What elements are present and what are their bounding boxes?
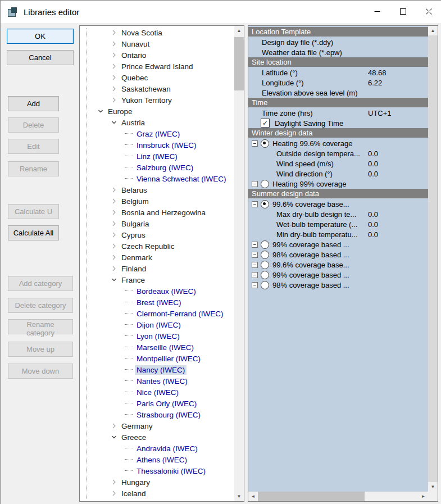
- chevron-collapsed-icon[interactable]: [110, 208, 118, 216]
- tree-item-label[interactable]: France: [120, 275, 147, 285]
- properties-vertical-thumb[interactable]: [428, 35, 438, 482]
- tree-item-label[interactable]: Saskatchewan: [120, 84, 172, 94]
- property-value[interactable]: 0.0: [368, 160, 378, 168]
- collapse-minus-icon[interactable]: [252, 252, 258, 258]
- tree-item-label[interactable]: Bosnia and Herzegowina: [120, 208, 207, 217]
- tree-item-label[interactable]: Europe: [106, 107, 134, 116]
- close-button[interactable]: [416, 1, 441, 23]
- collapse-minus-icon[interactable]: [252, 262, 258, 268]
- radio-off-icon[interactable]: [261, 281, 269, 289]
- tree-item-category[interactable]: Bosnia and Herzegowina: [80, 207, 234, 218]
- chevron-collapsed-icon[interactable]: [110, 96, 118, 104]
- tree-item-location[interactable]: Strasbourg (IWEC): [80, 409, 234, 420]
- tree-item-label[interactable]: Czech Republic: [120, 242, 176, 251]
- tree-item-label[interactable]: Belarus: [120, 185, 149, 195]
- tree-item-location[interactable]: Montpellier (IWEC): [80, 353, 234, 364]
- tree-item-category[interactable]: Nunavut: [80, 38, 234, 49]
- tree-scroll-thumb[interactable]: [234, 37, 244, 90]
- chevron-collapsed-icon[interactable]: [110, 62, 118, 70]
- tree-item-label[interactable]: Prince Edward Island: [120, 62, 195, 71]
- tree-item-label[interactable]: Nice (IWEC): [135, 388, 180, 397]
- property-value[interactable]: 0.0: [368, 220, 378, 229]
- collapse-minus-icon[interactable]: [252, 201, 258, 207]
- properties-vertical-scrollbar[interactable]: ▲ ▼: [428, 26, 438, 492]
- tree-item-label[interactable]: Belgium: [120, 197, 151, 206]
- chevron-collapsed-icon[interactable]: [110, 85, 118, 93]
- tree-item-location[interactable]: Andravida (IWEC): [80, 443, 234, 454]
- tree-item-location[interactable]: Thessaloniki (IWEC): [80, 465, 234, 476]
- tree-item-location[interactable]: Marseille (IWEC): [80, 342, 234, 353]
- tree-item-category[interactable]: Yukon Territory: [80, 94, 234, 106]
- chevron-expanded-icon[interactable]: [110, 433, 118, 441]
- property-value[interactable]: 0.0: [368, 210, 378, 219]
- tree-item-category[interactable]: Europe: [80, 106, 234, 117]
- tree-item-location[interactable]: Nantes (IWEC): [80, 375, 234, 387]
- chevron-collapsed-icon[interactable]: [110, 231, 118, 239]
- tree-item-category[interactable]: Germany: [80, 420, 234, 432]
- tree-item-category[interactable]: Bulgaria: [80, 218, 234, 229]
- tree-item-label[interactable]: Cyprus: [120, 230, 147, 240]
- collapse-minus-icon[interactable]: [252, 272, 258, 278]
- tree-item-label[interactable]: Innsbruck (IWEC): [135, 140, 198, 150]
- chevron-collapsed-icon[interactable]: [110, 478, 118, 486]
- radio-off-icon[interactable]: [261, 180, 269, 188]
- tree-item-location[interactable]: Clermont-Ferrand (IWEC): [80, 308, 234, 319]
- tree-item-label[interactable]: Graz (IWEC): [135, 129, 181, 139]
- tree-item-label[interactable]: Bordeaux (IWEC): [135, 287, 198, 296]
- tree-item-category[interactable]: Prince Edward Island: [80, 61, 234, 72]
- tree-scrollbar[interactable]: ▲ ▼: [234, 26, 244, 501]
- tree-item-label[interactable]: Montpellier (IWEC): [135, 354, 202, 364]
- chevron-collapsed-icon[interactable]: [110, 51, 118, 59]
- tree-item-location[interactable]: Paris Orly (IWEC): [80, 398, 234, 409]
- tree-item-location[interactable]: Lyon (IWEC): [80, 330, 234, 342]
- tree-item-category[interactable]: Quebec: [80, 72, 234, 83]
- collapse-minus-icon[interactable]: [252, 181, 258, 187]
- tree-item-label[interactable]: Nancy (IWEC): [135, 365, 187, 375]
- tree-item-label[interactable]: Thessaloniki (IWEC): [135, 466, 207, 476]
- tree-item-category[interactable]: Greece: [80, 432, 234, 443]
- scroll-up-button[interactable]: ▲: [428, 26, 438, 35]
- chevron-collapsed-icon[interactable]: [110, 29, 118, 37]
- tree-item-label[interactable]: Linz (IWEC): [135, 152, 179, 161]
- scroll-right-button[interactable]: ►: [419, 492, 428, 501]
- scroll-down-button[interactable]: ▼: [428, 482, 438, 492]
- tree-item-label[interactable]: Nantes (IWEC): [135, 376, 189, 386]
- tree-item-location[interactable]: Innsbruck (IWEC): [80, 139, 234, 151]
- tree-item-category[interactable]: Finland: [80, 263, 234, 274]
- property-value[interactable]: 6.22: [368, 79, 382, 87]
- daylight-saving-checkbox[interactable]: ✓: [261, 119, 270, 128]
- maximize-button[interactable]: [390, 1, 416, 23]
- tree-item-category[interactable]: Belarus: [80, 184, 234, 196]
- property-value[interactable]: 48.68: [368, 69, 387, 77]
- chevron-collapsed-icon[interactable]: [110, 422, 118, 430]
- tree-item-label[interactable]: Athens (IWEC): [135, 455, 189, 465]
- radio-off-icon[interactable]: [261, 240, 269, 249]
- tree-item-category[interactable]: France: [80, 274, 234, 285]
- chevron-expanded-icon[interactable]: [97, 107, 104, 115]
- scroll-left-button[interactable]: ◄: [248, 492, 258, 501]
- tree-item-category[interactable]: Saskatchewan: [80, 83, 234, 94]
- radio-off-icon[interactable]: [261, 261, 269, 269]
- ok-button[interactable]: OK: [7, 29, 74, 44]
- tree-item-location[interactable]: Nancy (IWEC): [80, 364, 234, 375]
- tree-item-label[interactable]: Greece: [120, 433, 148, 442]
- tree-item-category[interactable]: Ontario: [80, 49, 234, 61]
- chevron-collapsed-icon[interactable]: [110, 265, 118, 273]
- tree-item-location[interactable]: Dijon (IWEC): [80, 319, 234, 330]
- scroll-down-button[interactable]: ▼: [234, 492, 244, 501]
- collapse-minus-icon[interactable]: [252, 140, 258, 147]
- chevron-collapsed-icon[interactable]: [110, 74, 118, 81]
- chevron-collapsed-icon[interactable]: [110, 197, 118, 205]
- tree-item-location[interactable]: Nice (IWEC): [80, 387, 234, 398]
- tree-item-category[interactable]: Belgium: [80, 196, 234, 207]
- tree-item-label[interactable]: Marseille (IWEC): [135, 343, 196, 352]
- collapse-minus-icon[interactable]: [252, 242, 258, 248]
- tree-item-label[interactable]: Strasbourg (IWEC): [135, 410, 202, 420]
- minimize-button[interactable]: [364, 1, 390, 23]
- chevron-collapsed-icon[interactable]: [110, 253, 118, 261]
- tree-item-label[interactable]: Andravida (IWEC): [135, 444, 199, 453]
- tree-item-category[interactable]: Czech Republic: [80, 240, 234, 252]
- tree-item-label[interactable]: Finland: [120, 264, 148, 274]
- add-button[interactable]: Add: [8, 96, 59, 111]
- tree-item-label[interactable]: Quebec: [120, 73, 149, 83]
